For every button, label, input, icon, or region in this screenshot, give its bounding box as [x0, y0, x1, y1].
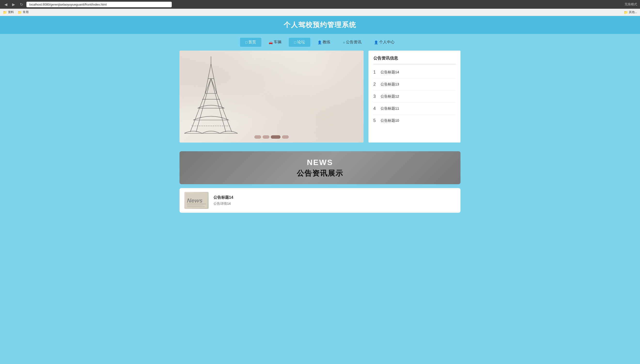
page-wrapper: 个人驾校预约管理系统 □ 首页 🚗 车辆 □ 论坛 👤 教练 ○ 公告资讯 👤 … — [0, 16, 640, 364]
instructor-icon: 👤 — [317, 40, 322, 44]
indicator-dot-4[interactable] — [282, 135, 289, 139]
vehicle-icon: 🚗 — [269, 40, 273, 44]
forum-icon: □ — [294, 40, 296, 44]
bookmark-label: 常用 — [23, 10, 29, 14]
nav-forum-label: 论坛 — [297, 40, 305, 45]
nav-instructor[interactable]: 👤 教练 — [312, 38, 336, 47]
indicator-dot-2[interactable] — [263, 135, 269, 139]
nav-home-label: 首页 — [248, 40, 256, 45]
svg-line-11 — [208, 64, 211, 78]
main-content: 公告资讯信息 1 公告标题14 2 公告标题13 3 公告标题12 4 公告标题… — [175, 50, 465, 148]
announcement-text: 公告标题11 — [381, 106, 399, 111]
bookmark-label: 其他... — [629, 10, 637, 14]
folder-icon: 📁 — [18, 10, 22, 14]
folder-icon: 📁 — [624, 10, 628, 14]
announcement-number: 3 — [373, 94, 381, 99]
news-item-1: News 公告标题14 公告详情14 — [179, 188, 461, 213]
announcement-number: 4 — [373, 106, 381, 111]
announcements-panel: 公告资讯信息 1 公告标题14 2 公告标题13 3 公告标题12 4 公告标题… — [369, 50, 461, 142]
news-banner: NEWS 公告资讯展示 — [179, 151, 461, 184]
profile-icon: 👤 — [374, 40, 378, 44]
forward-button[interactable]: ▶ — [11, 2, 17, 7]
nav-instructor-label: 教练 — [323, 40, 331, 45]
nav-vehicle[interactable]: 🚗 车辆 — [263, 38, 287, 47]
news-banner-en: NEWS — [179, 158, 461, 167]
news-list: News 公告标题14 公告详情14 — [175, 188, 465, 213]
announcement-text: 公告标题13 — [381, 82, 399, 87]
nav-profile-label: 个人中心 — [379, 40, 395, 45]
announcement-number: 1 — [373, 70, 381, 75]
browser-mode-label: 无痕模式 — [624, 2, 637, 6]
address-bar[interactable]: localhost:8080/gerenjiaxiaoyuyueguanli/f… — [27, 2, 172, 7]
indicator-dot-3[interactable] — [271, 135, 280, 139]
announcements-title: 公告资讯信息 — [373, 56, 456, 64]
nav-vehicle-label: 车辆 — [274, 40, 281, 45]
indicator-dot-1[interactable] — [254, 135, 261, 139]
news-icon: ○ — [343, 40, 345, 44]
bookmarks-bar: 📁 资料 📁 常用 📁 其他... — [0, 9, 640, 16]
news-item-desc: 公告详情14 — [213, 202, 456, 206]
announcement-text: 公告标题14 — [381, 70, 399, 74]
nav-news-label: 公告资讯 — [346, 40, 362, 45]
refresh-button[interactable]: ↻ — [19, 2, 25, 7]
site-title: 个人驾校预约管理系统 — [0, 20, 640, 30]
news-sketch-icon: News — [186, 193, 207, 208]
news-item-image: News — [184, 192, 209, 209]
nav-home[interactable]: □ 首页 — [240, 38, 261, 47]
site-header: 个人驾校预约管理系统 — [0, 16, 640, 34]
announcement-number: 5 — [373, 118, 381, 123]
svg-text:News: News — [187, 197, 203, 204]
announcement-item-3[interactable]: 3 公告标题12 — [373, 90, 456, 102]
bookmark-item[interactable]: 📁 常用 — [18, 10, 29, 14]
browser-chrome: ◀ ▶ ↻ localhost:8080/gerenjiaxiaoyuyuegu… — [0, 0, 640, 9]
news-banner-zh: 公告资讯展示 — [179, 168, 461, 178]
announcement-text: 公告标题12 — [381, 94, 399, 99]
announcement-item-4[interactable]: 4 公告标题11 — [373, 102, 456, 115]
home-icon: □ — [245, 40, 247, 44]
carousel-container — [179, 50, 364, 142]
svg-line-12 — [211, 64, 214, 78]
nav-profile[interactable]: 👤 个人中心 — [369, 38, 400, 47]
bookmark-item[interactable]: 📁 其他... — [624, 10, 637, 14]
eiffel-sketch — [184, 55, 238, 138]
nav-forum[interactable]: □ 论坛 — [289, 38, 310, 47]
news-item-title: 公告标题14 — [213, 195, 456, 200]
back-button[interactable]: ◀ — [3, 2, 9, 7]
folder-icon: 📁 — [3, 10, 7, 14]
carousel-indicators — [254, 135, 289, 139]
announcement-item-1[interactable]: 1 公告标题14 — [373, 66, 456, 78]
bookmark-item[interactable]: 📁 资料 — [3, 10, 14, 14]
announcement-item-2[interactable]: 2 公告标题13 — [373, 78, 456, 90]
announcement-number: 2 — [373, 82, 381, 87]
announcement-item-5[interactable]: 5 公告标题10 — [373, 115, 456, 126]
carousel-image — [179, 50, 364, 142]
bookmark-label: 资料 — [8, 10, 14, 14]
nav-bar: □ 首页 🚗 车辆 □ 论坛 👤 教练 ○ 公告资讯 👤 个人中心 — [0, 34, 640, 50]
nav-news[interactable]: ○ 公告资讯 — [338, 38, 367, 47]
news-section: NEWS 公告资讯展示 — [175, 151, 465, 184]
news-item-content: 公告标题14 公告详情14 — [213, 195, 456, 206]
announcement-text: 公告标题10 — [381, 118, 399, 123]
